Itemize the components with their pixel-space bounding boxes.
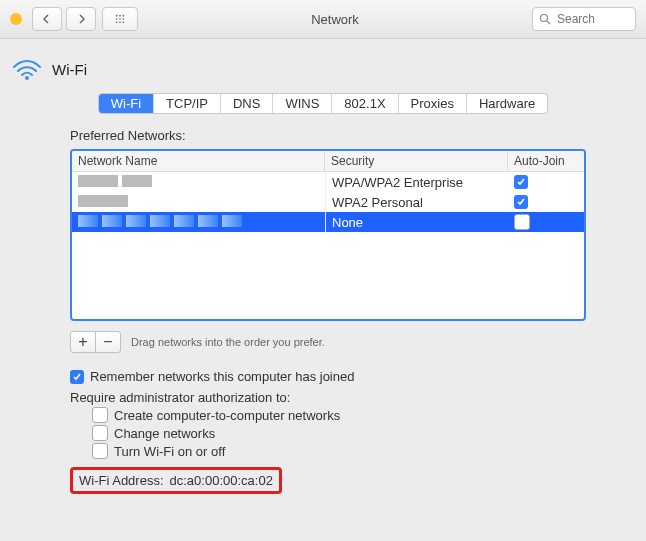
minimize-button[interactable] <box>10 13 22 25</box>
pane-title: Wi-Fi <box>52 61 87 78</box>
search-field[interactable] <box>532 7 636 31</box>
svg-point-2 <box>123 15 125 17</box>
network-security-cell: WPA2 Personal <box>326 192 508 213</box>
drag-hint: Drag networks into the order you prefer. <box>131 336 325 348</box>
network-prefs-window: Network Wi-Fi Wi-FiTCP/IPDNSWINS802.1XPr… <box>0 0 646 541</box>
svg-point-1 <box>119 15 121 17</box>
tab-8021x[interactable]: 802.1X <box>332 94 398 113</box>
tab-wins[interactable]: WINS <box>273 94 332 113</box>
network-row[interactable]: WPA2 Personal <box>72 192 584 212</box>
svg-point-7 <box>119 22 121 24</box>
svg-point-8 <box>123 22 125 24</box>
preferred-networks-label: Preferred Networks: <box>70 128 586 143</box>
window-title: Network <box>138 12 532 27</box>
admin-option-row[interactable]: Change networks <box>92 425 586 441</box>
traffic-lights <box>10 13 22 25</box>
search-input[interactable] <box>555 11 619 27</box>
forward-button[interactable] <box>66 7 96 31</box>
require-admin-label: Require administrator authorization to: <box>70 390 586 405</box>
network-name-cell <box>72 212 326 233</box>
add-network-button[interactable]: + <box>71 332 96 352</box>
grid-button[interactable] <box>102 7 138 31</box>
wifi-address-value: dc:a0:00:00:ca:02 <box>170 473 273 488</box>
col-header-security[interactable]: Security <box>325 151 508 171</box>
remember-checkbox[interactable] <box>70 370 84 384</box>
admin-option-label: Create computer-to-computer networks <box>114 408 340 423</box>
admin-option-checkbox[interactable] <box>92 443 108 459</box>
network-autojoin-cell <box>508 192 584 212</box>
network-security-cell: WPA/WPA2 Enterprise <box>326 172 508 193</box>
tab-wifi[interactable]: Wi-Fi <box>99 94 154 113</box>
admin-option-label: Turn Wi-Fi on or off <box>114 444 225 459</box>
network-security-cell: None <box>326 212 508 233</box>
col-header-autojoin[interactable]: Auto-Join <box>508 151 584 171</box>
titlebar: Network <box>0 0 646 39</box>
preferred-networks-table[interactable]: Network Name Security Auto-Join WPA/WPA2… <box>70 149 586 321</box>
remember-row[interactable]: Remember networks this computer has join… <box>70 369 586 384</box>
add-remove-buttons: + − <box>70 331 121 353</box>
admin-option-checkbox[interactable] <box>92 407 108 423</box>
svg-point-3 <box>116 18 118 20</box>
admin-option-label: Change networks <box>114 426 215 441</box>
tab-proxies[interactable]: Proxies <box>399 94 467 113</box>
autojoin-checkbox[interactable] <box>514 195 528 209</box>
tab-bar: Wi-FiTCP/IPDNSWINS802.1XProxiesHardware <box>0 93 646 114</box>
grid-icon <box>115 14 125 24</box>
table-header: Network Name Security Auto-Join <box>72 151 584 172</box>
chevron-right-icon <box>76 14 86 24</box>
network-name-cell <box>72 192 326 213</box>
svg-point-9 <box>541 15 548 22</box>
network-name-cell <box>72 172 326 193</box>
wifi-address-box: Wi-Fi Address: dc:a0:00:00:ca:02 <box>70 467 282 494</box>
wifi-address-label: Wi-Fi Address: <box>79 473 164 488</box>
svg-point-4 <box>119 18 121 20</box>
svg-point-5 <box>123 18 125 20</box>
back-button[interactable] <box>32 7 62 31</box>
svg-point-6 <box>116 22 118 24</box>
svg-point-11 <box>25 76 29 80</box>
pane-header: Wi-Fi <box>0 39 646 89</box>
autojoin-checkbox[interactable] <box>514 175 528 189</box>
svg-line-10 <box>547 21 550 24</box>
admin-option-row[interactable]: Create computer-to-computer networks <box>92 407 586 423</box>
search-icon <box>539 13 551 25</box>
tab-tcpip[interactable]: TCP/IP <box>154 94 221 113</box>
svg-point-0 <box>116 15 118 17</box>
wifi-icon <box>12 57 42 81</box>
col-header-name[interactable]: Network Name <box>72 151 325 171</box>
network-row[interactable]: None <box>72 212 584 232</box>
admin-option-checkbox[interactable] <box>92 425 108 441</box>
tab-dns[interactable]: DNS <box>221 94 273 113</box>
nav-buttons <box>32 7 96 31</box>
tab-hardware[interactable]: Hardware <box>467 94 547 113</box>
remember-label: Remember networks this computer has join… <box>90 369 354 384</box>
admin-option-row[interactable]: Turn Wi-Fi on or off <box>92 443 586 459</box>
network-autojoin-cell <box>508 172 584 192</box>
chevron-left-icon <box>42 14 52 24</box>
remove-network-button[interactable]: − <box>96 332 120 352</box>
autojoin-checkbox[interactable] <box>514 214 530 230</box>
network-row[interactable]: WPA/WPA2 Enterprise <box>72 172 584 192</box>
network-autojoin-cell <box>508 211 584 233</box>
